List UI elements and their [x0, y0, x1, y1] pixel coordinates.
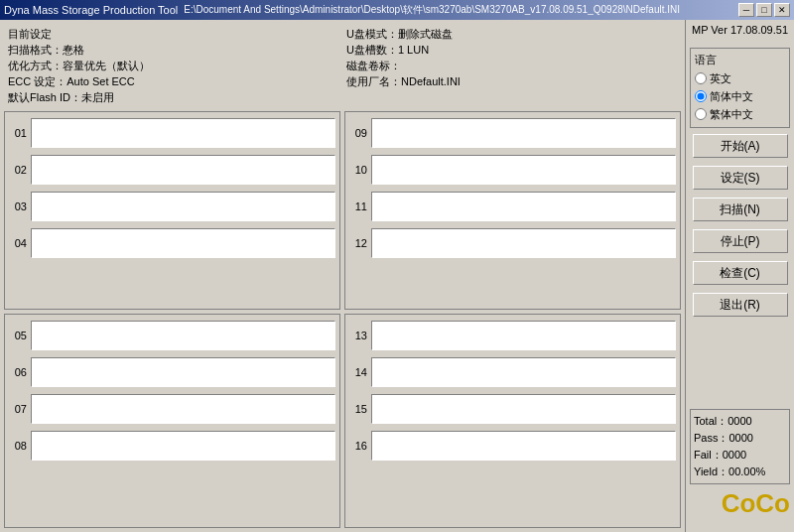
scan-format: 扫描格式：惷格: [8, 42, 338, 58]
section-title: 目前设定: [8, 26, 338, 42]
slot-num-10: 10: [349, 164, 367, 176]
stop-button[interactable]: 停止(P): [693, 229, 788, 253]
slot-row: 04: [9, 226, 335, 260]
stats-box: Total：0000 Pass：0000 Fail：0000 Yield：00.…: [690, 409, 790, 484]
check-button[interactable]: 检查(C): [693, 261, 788, 285]
slot-num-11: 11: [349, 200, 367, 212]
slot-row: 10: [349, 153, 676, 187]
logo-area: CoCo: [690, 488, 790, 528]
fail-stat: Fail：0000: [694, 447, 786, 464]
language-title: 语言: [695, 53, 785, 67]
lang-option-en[interactable]: 英文: [695, 69, 785, 87]
maximize-button[interactable]: □: [756, 3, 772, 17]
lang-radio-traditional[interactable]: [695, 108, 707, 120]
slot-box-08[interactable]: [31, 431, 335, 461]
slot-box-13[interactable]: [371, 321, 676, 350]
slot-num-16: 16: [349, 440, 367, 452]
slot-num-15: 15: [349, 403, 367, 415]
slot-row: 15: [349, 392, 676, 426]
slot-num-07: 07: [9, 403, 27, 415]
slot-row: 11: [349, 190, 676, 223]
scan-button[interactable]: 扫描(N): [693, 198, 788, 221]
app-name: Dyna Mass Storage Production Tool: [4, 4, 178, 16]
pass-stat: Pass：0000: [694, 430, 786, 447]
close-button[interactable]: ✕: [774, 3, 790, 17]
use-name: 使用厂名：NDefault.INI: [346, 73, 677, 89]
disk-label: 磁盘卷标：: [346, 58, 677, 73]
start-button[interactable]: 开始(A): [693, 134, 788, 158]
slot-box-06[interactable]: [31, 357, 335, 387]
file-path: E:\Document And Settings\Administrator\D…: [184, 3, 738, 17]
slots-bottom-wrapper: 05 06 07 08 13: [4, 314, 681, 528]
slot-row: 12: [349, 226, 676, 260]
info-right: U盘模式：删除式磁盘 U盘槽数：1 LUN 磁盘卷标： 使用厂名：NDefaul…: [346, 26, 677, 105]
right-panel: MP Ver 17.08.09.51 语言 英文 简体中文 繁体中文 开始(A)…: [685, 20, 794, 532]
flash-id: 默认Flash ID：未启用: [8, 89, 338, 105]
slot-num-12: 12: [349, 237, 367, 249]
coco-logo: CoCo: [690, 488, 790, 519]
slot-row: 06: [9, 355, 335, 389]
language-group: 语言 英文 简体中文 繁体中文: [690, 48, 790, 128]
slot-num-06: 06: [9, 366, 27, 378]
slot-num-01: 01: [9, 127, 27, 139]
yield-stat: Yield：00.00%: [694, 464, 786, 480]
slot-row: 01: [9, 116, 335, 150]
slots-top-wrapper: 01 02 03 04 09: [4, 111, 681, 310]
info-section: 目前设定 扫描格式：惷格 优化方式：容量优先（默认） ECC 设定：Auto S…: [4, 24, 681, 107]
minimize-button[interactable]: ─: [738, 3, 754, 17]
settings-button[interactable]: 设定(S): [693, 166, 788, 190]
slot-num-03: 03: [9, 200, 27, 212]
ecc: ECC 设定：Auto Set ECC: [8, 73, 338, 89]
slot-box-12[interactable]: [371, 228, 676, 258]
slot-box-01[interactable]: [31, 118, 335, 148]
slot-box-05[interactable]: [31, 321, 335, 350]
slot-box-02[interactable]: [31, 155, 335, 185]
slot-num-13: 13: [349, 330, 367, 341]
info-left: 目前设定 扫描格式：惷格 优化方式：容量优先（默认） ECC 设定：Auto S…: [8, 26, 338, 105]
slot-row: 13: [349, 319, 676, 352]
slot-box-04[interactable]: [31, 228, 335, 258]
slot-group-top-right: 09 10 11 12: [344, 111, 681, 310]
optimize: 优化方式：容量优先（默认）: [8, 58, 338, 73]
lang-option-traditional[interactable]: 繁体中文: [695, 105, 785, 123]
slot-box-16[interactable]: [371, 431, 676, 461]
lang-option-simplified[interactable]: 简体中文: [695, 87, 785, 105]
slot-row: 08: [9, 429, 335, 463]
slot-row: 09: [349, 116, 676, 150]
lang-label-traditional: 繁体中文: [710, 105, 753, 123]
slot-box-09[interactable]: [371, 118, 676, 148]
total-stat: Total：0000: [694, 413, 786, 430]
udisk-mode: U盘模式：删除式磁盘: [346, 26, 677, 42]
slot-row: 16: [349, 429, 676, 463]
lang-radio-simplified[interactable]: [695, 90, 707, 102]
slot-num-14: 14: [349, 366, 367, 378]
slot-row: 07: [9, 392, 335, 426]
slot-box-15[interactable]: [371, 394, 676, 424]
title-bar: Dyna Mass Storage Production Tool E:\Doc…: [0, 0, 794, 20]
slot-num-09: 09: [349, 127, 367, 139]
slot-row: 03: [9, 190, 335, 223]
slot-num-05: 05: [9, 330, 27, 341]
slot-group-bottom-right: 13 14 15 16: [344, 314, 681, 528]
slot-box-07[interactable]: [31, 394, 335, 424]
slot-row: 05: [9, 319, 335, 352]
slot-num-02: 02: [9, 164, 27, 176]
udisk-slots: U盘槽数：1 LUN: [346, 42, 677, 58]
slot-box-11[interactable]: [371, 192, 676, 221]
slot-num-04: 04: [9, 237, 27, 249]
lang-label-en: 英文: [710, 69, 731, 87]
slot-group-bottom-left: 05 06 07 08: [4, 314, 340, 528]
left-panel: 目前设定 扫描格式：惷格 优化方式：容量优先（默认） ECC 设定：Auto S…: [0, 20, 685, 532]
lang-radio-en[interactable]: [695, 72, 707, 84]
slot-box-10[interactable]: [371, 155, 676, 185]
slot-row: 14: [349, 355, 676, 389]
slot-row: 02: [9, 153, 335, 187]
main-content: 目前设定 扫描格式：惷格 优化方式：容量优先（默认） ECC 设定：Auto S…: [0, 20, 794, 532]
slot-box-03[interactable]: [31, 192, 335, 221]
slot-box-14[interactable]: [371, 357, 676, 387]
slot-group-top-left: 01 02 03 04: [4, 111, 340, 310]
slot-num-08: 08: [9, 440, 27, 452]
version-text: MP Ver 17.08.09.51: [690, 24, 790, 36]
lang-label-simplified: 简体中文: [710, 87, 753, 105]
exit-button[interactable]: 退出(R): [693, 293, 788, 317]
